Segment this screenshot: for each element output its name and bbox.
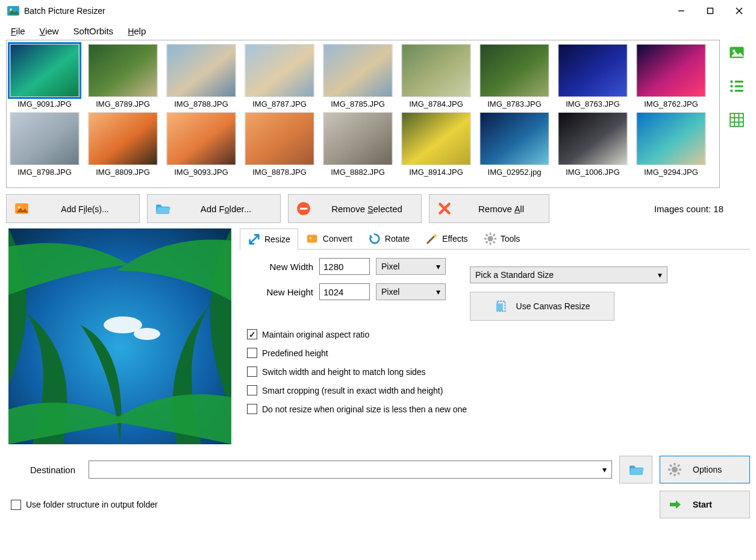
svg-rect-31 bbox=[735, 90, 743, 92]
rotate-icon bbox=[368, 232, 381, 245]
checkbox-label: Smart cropping (result in exact width an… bbox=[262, 386, 443, 395]
svg-point-27 bbox=[730, 85, 733, 87]
thumbnail-label: IMG_9091.JPG bbox=[17, 99, 72, 109]
folder-open-icon bbox=[627, 462, 645, 477]
thumbnail-item[interactable]: IMG_02952.jpg bbox=[479, 112, 550, 177]
svg-point-28 bbox=[730, 89, 733, 92]
thumbnail-item[interactable]: IMG_8783.JPG bbox=[479, 44, 550, 109]
menu-view[interactable]: View bbox=[34, 24, 65, 39]
view-list-icon[interactable] bbox=[728, 77, 746, 95]
thumbnail-image bbox=[480, 44, 549, 97]
svg-point-26 bbox=[730, 80, 733, 83]
destination-combobox[interactable]: ▾ bbox=[89, 461, 612, 479]
tab-label: Effects bbox=[442, 234, 468, 244]
svg-rect-9 bbox=[245, 45, 313, 96]
new-height-input[interactable] bbox=[319, 283, 370, 300]
check-predefined-height[interactable]: Predefined height bbox=[247, 348, 743, 358]
thumbnail-item[interactable]: IMG_8785.JPG bbox=[322, 44, 393, 109]
svg-rect-11 bbox=[402, 45, 470, 96]
svg-rect-6 bbox=[10, 45, 78, 96]
svg-rect-13 bbox=[558, 45, 626, 96]
check-aspect-ratio[interactable]: Maintain original aspect ratio bbox=[247, 329, 743, 339]
tab-tools[interactable]: Tools bbox=[476, 228, 528, 249]
minimize-button[interactable] bbox=[667, 0, 696, 22]
resize-icon bbox=[248, 233, 261, 246]
tab-label: Resize bbox=[264, 234, 290, 244]
new-width-input[interactable] bbox=[319, 258, 370, 275]
height-unit-select[interactable]: Pixel ▾ bbox=[376, 283, 446, 300]
chevron-down-icon: ▾ bbox=[658, 270, 662, 280]
check-no-upscale[interactable]: Do not resize when original size is less… bbox=[247, 404, 743, 414]
remove-all-icon bbox=[437, 201, 452, 216]
checkbox-icon bbox=[247, 329, 257, 339]
thumbnail-label: IMG_8809.JPG bbox=[96, 168, 150, 177]
thumbnail-item[interactable]: IMG_8788.JPG bbox=[166, 44, 237, 109]
thumbnail-item[interactable]: IMG_8798.JPG bbox=[9, 112, 80, 177]
images-count-label: Images count: 18 bbox=[654, 204, 750, 214]
add-files-button[interactable]: Add File(s)... bbox=[6, 194, 140, 223]
tab-strip: Resize Convert Rotate Effects Tools bbox=[240, 228, 750, 250]
tab-effects[interactable]: Effects bbox=[417, 228, 476, 249]
thumbnail-item[interactable]: IMG_9093.JPG bbox=[166, 112, 237, 177]
chevron-down-icon: ▾ bbox=[436, 287, 440, 297]
start-button[interactable]: Start bbox=[660, 491, 750, 518]
menu-softorbits[interactable]: SoftOrbits bbox=[67, 24, 119, 39]
thumbnail-item[interactable]: IMG_8878.JPG bbox=[244, 112, 315, 177]
width-unit-select[interactable]: Pixel ▾ bbox=[376, 258, 446, 275]
remove-all-button[interactable]: Remove All bbox=[429, 194, 549, 223]
svg-line-65 bbox=[678, 473, 679, 474]
image-file-icon bbox=[14, 201, 30, 216]
thumbnail-item[interactable]: IMG_8809.JPG bbox=[87, 112, 158, 177]
new-width-label: New Width bbox=[247, 262, 313, 272]
svg-rect-30 bbox=[735, 85, 743, 87]
svg-rect-58 bbox=[496, 303, 502, 311]
check-switch-sides[interactable]: Switch width and height to match long si… bbox=[247, 367, 743, 377]
browse-folder-button[interactable] bbox=[619, 456, 652, 483]
thumbnail-label: IMG_8762.JPG bbox=[644, 99, 698, 109]
thumbnail-item[interactable]: IMG_8784.JPG bbox=[401, 44, 472, 109]
select-value: Pick a Standard Size bbox=[475, 270, 554, 280]
thumbnail-image bbox=[558, 112, 628, 165]
check-folder-structure[interactable]: Use folder structure in output folder bbox=[11, 500, 158, 510]
svg-rect-17 bbox=[167, 113, 235, 165]
check-smart-cropping[interactable]: Smart cropping (result in exact width an… bbox=[247, 385, 743, 395]
thumbnail-label: IMG_1006.JPG bbox=[566, 168, 620, 177]
thumbnail-item[interactable]: IMG_1006.JPG bbox=[557, 112, 628, 177]
close-button[interactable] bbox=[725, 0, 754, 22]
svg-rect-8 bbox=[167, 45, 235, 96]
remove-selected-button[interactable]: Remove Selected bbox=[288, 194, 422, 223]
view-grid-icon[interactable] bbox=[728, 111, 746, 129]
thumbnail-item[interactable]: IMG_8882.JPG bbox=[322, 112, 393, 177]
checkbox-label: Do not resize when original size is less… bbox=[262, 404, 467, 414]
thumbnail-item[interactable]: IMG_9294.JPG bbox=[636, 112, 707, 177]
options-button[interactable]: Options bbox=[660, 456, 750, 483]
tab-resize[interactable]: Resize bbox=[240, 228, 298, 250]
thumbnail-label: IMG_8784.JPG bbox=[409, 99, 463, 109]
checkbox-label: Switch width and height to match long si… bbox=[262, 367, 426, 377]
thumbnail-item[interactable]: IMG_8787.JPG bbox=[244, 44, 315, 109]
add-folder-button[interactable]: Add Folder... bbox=[147, 194, 281, 223]
maximize-button[interactable] bbox=[696, 0, 725, 22]
thumbnail-item[interactable]: IMG_9091.JPG bbox=[9, 44, 80, 109]
svg-line-53 bbox=[486, 234, 487, 236]
svg-line-66 bbox=[678, 465, 679, 467]
thumbnail-label: IMG_9294.JPG bbox=[644, 168, 698, 177]
thumbnail-item[interactable]: IMG_8789.JPG bbox=[87, 44, 158, 109]
thumbnail-image bbox=[401, 112, 471, 165]
thumbnail-item[interactable]: IMG_8762.JPG bbox=[636, 44, 707, 109]
thumbnail-label: IMG_8789.JPG bbox=[96, 99, 150, 109]
thumbnail-item[interactable]: IMG_8914.JPG bbox=[401, 112, 472, 177]
tab-convert[interactable]: Convert bbox=[298, 228, 360, 249]
thumbnail-label: IMG_8763.JPG bbox=[566, 99, 620, 109]
svg-point-48 bbox=[487, 236, 493, 241]
view-thumbnails-icon[interactable] bbox=[728, 43, 746, 61]
tab-rotate[interactable]: Rotate bbox=[360, 228, 417, 249]
thumbnail-image bbox=[480, 112, 549, 165]
menu-file[interactable]: File bbox=[5, 24, 31, 39]
svg-point-45 bbox=[134, 328, 160, 340]
thumbnail-item[interactable]: IMG_8763.JPG bbox=[557, 44, 628, 109]
menu-help[interactable]: Help bbox=[122, 24, 152, 39]
standard-size-select[interactable]: Pick a Standard Size ▾ bbox=[470, 266, 667, 283]
use-canvas-resize-button[interactable]: Use Canvas Resize bbox=[470, 292, 614, 321]
thumbnail-image bbox=[558, 44, 628, 97]
